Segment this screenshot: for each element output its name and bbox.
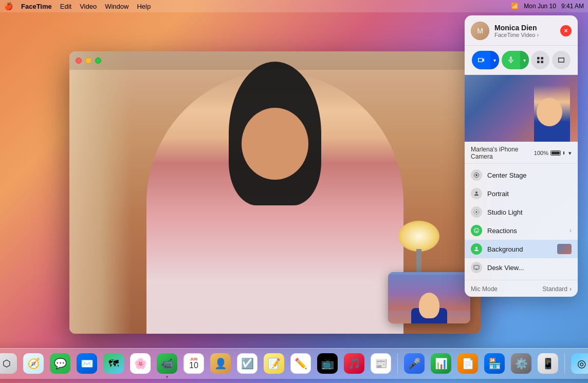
menubar-wifi: 📶 (511, 3, 519, 10)
dock-item-photos[interactable]: 🌸 (128, 351, 153, 376)
battery-tip (563, 151, 564, 155)
effects-menu: Center Stage Portrait Studio Light React… (465, 164, 578, 279)
dock-item-maps[interactable]: 🗺 (101, 351, 126, 376)
room-curtain (69, 51, 131, 334)
menu-item-reactions[interactable]: Reactions › (465, 221, 578, 240)
video-options-button[interactable]: ▾ (490, 51, 499, 69)
menu-item-background[interactable]: Background (465, 240, 578, 258)
dock-item-arkit[interactable]: ◎ (569, 351, 588, 376)
main-video-feed (69, 51, 481, 334)
calendar-day: 10 (189, 361, 198, 370)
menubar-date: Mon Jun 10 (524, 3, 556, 10)
dock-item-contacts[interactable]: 👤 (208, 351, 233, 376)
menubar-edit[interactable]: Edit (60, 3, 71, 10)
reactions-label: Reactions (487, 227, 517, 235)
fullscreen-button[interactable] (552, 51, 571, 69)
photos-icon: 🌸 (130, 353, 151, 374)
svg-rect-2 (537, 61, 540, 63)
menubar-time: 9:41 AM (561, 3, 584, 10)
dock-item-music[interactable]: 🎵 (342, 351, 366, 376)
dock-item-mail[interactable]: ✉️ (75, 351, 99, 376)
numbers-icon: 📊 (431, 353, 451, 374)
dock-item-keynote[interactable]: 🎤 (402, 351, 427, 376)
apple-menu[interactable]: 🍎 (4, 2, 13, 10)
self-view-content (388, 272, 470, 323)
face-silhouette (242, 108, 308, 180)
menu-item-desk-view[interactable]: Desk View... (465, 258, 578, 277)
mic-mode-arrow: › (569, 285, 572, 293)
caller-name: Monica Dien (494, 24, 539, 32)
dock-item-iphone[interactable]: 📱 (536, 351, 560, 376)
dock-item-messages[interactable]: 💬 (48, 351, 72, 376)
portrait-label: Portrait (487, 190, 509, 198)
dock-item-freeform[interactable]: ✏️ (288, 351, 313, 376)
svg-rect-3 (541, 61, 544, 63)
launchpad-icon: ⬡ (0, 353, 17, 374)
dock-item-settings[interactable]: ⚙️ (509, 351, 534, 376)
dock-item-launchpad[interactable]: ⬡ (0, 351, 19, 376)
minimize-button[interactable] (85, 58, 91, 64)
menubar-video[interactable]: Video (80, 3, 97, 10)
background-label: Background (487, 245, 523, 253)
messages-icon: 💬 (50, 353, 70, 374)
dock-item-calendar[interactable]: JUN 10 (181, 351, 206, 376)
reactions-arrow: › (569, 227, 572, 234)
mic-mode-row[interactable]: Mic Mode Standard › (465, 281, 578, 297)
dock-item-safari[interactable]: 🧭 (21, 351, 46, 376)
camera-info-bar: Marlena's iPhone Camera 100% ▾ (465, 142, 578, 164)
notes-icon: 📝 (264, 353, 284, 374)
dock-item-appstore[interactable]: 🏪 (482, 351, 507, 376)
dock-item-facetime[interactable]: 📹 (155, 351, 179, 376)
dock-item-numbers[interactable]: 📊 (429, 351, 453, 376)
self-view-thumbnail[interactable] (388, 272, 470, 323)
studio-light-label: Studio Light (487, 208, 523, 216)
settings-icon: ⚙️ (511, 353, 531, 374)
dock-item-reminders[interactable]: ☑️ (235, 351, 260, 376)
mic-mode-label: Mic Mode (471, 285, 498, 293)
preview-face (537, 98, 562, 126)
dock-item-news[interactable]: 📰 (369, 351, 393, 376)
maximize-button[interactable] (95, 58, 101, 64)
maps-icon: 🗺 (103, 353, 124, 374)
studio-light-icon (471, 206, 482, 218)
menubar-right: 📶 Mon Jun 10 9:41 AM (511, 3, 584, 10)
reactions-icon (471, 225, 482, 236)
menu-divider (465, 280, 578, 280)
menubar-left: 🍎 FaceTime Edit Video Window Help (4, 2, 151, 10)
background-thumbnail (557, 244, 572, 254)
center-stage-label: Center Stage (487, 171, 527, 179)
menubar-window[interactable]: Window (105, 3, 128, 10)
mic-mode-value: Standard (542, 285, 567, 293)
caller-details: Monica Dien FaceTime Video › (494, 24, 539, 39)
portrait-icon (471, 188, 482, 199)
dock-item-tv[interactable]: 📺 (315, 351, 340, 376)
camera-chevron[interactable]: ▾ (568, 150, 572, 157)
effects-button[interactable] (531, 51, 549, 69)
dock-separator (397, 353, 398, 374)
calendar-month: JUN (190, 357, 197, 361)
svg-rect-1 (541, 57, 544, 60)
caller-avatar: M (471, 22, 489, 40)
dock: ⬡ 🧭 💬 ✉️ 🗺 🌸 📹 JUN 10 👤 ☑️ 📝 ✏️ 📺 🎵 (0, 348, 588, 379)
dock-item-notes[interactable]: 📝 (262, 351, 286, 376)
battery-fill (552, 151, 560, 155)
facetime-icon: 📹 (157, 353, 177, 374)
dock-item-pages[interactable]: 📄 (455, 351, 480, 376)
mic-toggle-button[interactable] (502, 51, 520, 69)
end-call-button[interactable]: × (560, 25, 572, 36)
mic-mode-right: Standard › (542, 285, 572, 293)
menu-item-studio-light[interactable]: Studio Light (465, 203, 578, 221)
battery-bar (550, 150, 561, 156)
news-icon: 📰 (371, 353, 391, 374)
mic-options-button[interactable]: ▾ (520, 51, 529, 69)
menu-item-center-stage[interactable]: Center Stage (465, 166, 578, 184)
menubar-help[interactable]: Help (137, 3, 151, 10)
safari-icon: 🧭 (23, 353, 44, 374)
menubar-app-name[interactable]: FaceTime (21, 3, 52, 10)
video-toggle-button[interactable] (472, 51, 490, 69)
window-titlebar (69, 51, 481, 70)
menu-item-portrait[interactable]: Portrait (465, 184, 578, 203)
menubar: 🍎 FaceTime Edit Video Window Help 📶 Mon … (0, 0, 588, 12)
appletv-icon: 📺 (317, 353, 338, 374)
close-button[interactable] (76, 58, 82, 64)
